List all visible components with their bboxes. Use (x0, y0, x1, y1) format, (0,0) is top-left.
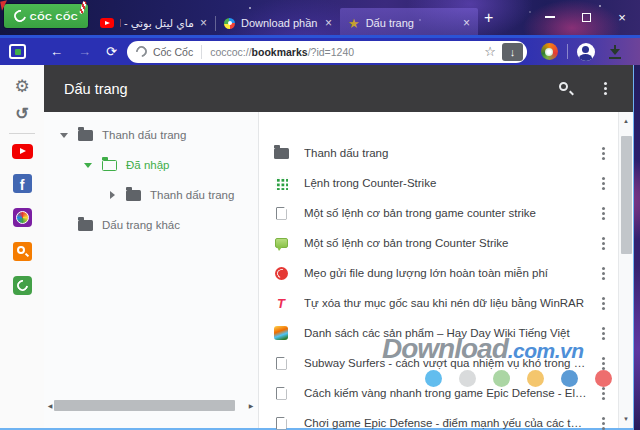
tab-close-icon[interactable]: × (200, 17, 207, 29)
tree-item-other-bookmarks[interactable]: Dấu trang khác (44, 210, 258, 240)
bookmark-title: Một số lệnh cơ bản trong Counter Strike (304, 237, 588, 249)
search-icon[interactable] (558, 81, 574, 97)
new-tab-button[interactable]: + (484, 10, 493, 26)
bookmark-row[interactable]: Danh sách các sản phẩm – Hay Day Wiki Ti… (259, 318, 618, 348)
bookmark-row[interactable]: Thanh dấu trang (259, 138, 618, 168)
scroll-up-icon[interactable]: ▲ (623, 112, 629, 128)
window-controls: × (532, 5, 640, 29)
site-label: Cốc Cốc (153, 46, 193, 58)
scrollbar-thumb[interactable] (621, 136, 632, 254)
tree-item-bookmarks-bar[interactable]: Thanh dấu trang (44, 120, 258, 150)
bookmark-row[interactable]: Subway Surfers - cách vượt qua nhiệm vụ … (259, 348, 618, 378)
color-wheel-icon (16, 211, 29, 224)
row-menu-button[interactable] (588, 332, 618, 335)
tab-close-icon[interactable]: × (463, 17, 470, 29)
app-body: ⚙ ↺ f Dấu trang Thanh (0, 65, 634, 430)
handle (24, 253, 28, 257)
vertical-scrollbar[interactable]: ▲ ▼ (618, 112, 633, 428)
tree-label: Dấu trang khác (102, 219, 180, 231)
address-bar[interactable]: Cốc Cốc coccoc://bookmarks/?id=1240 ☆ ↓ (127, 41, 527, 63)
scroll-down-icon[interactable]: ▼ (623, 412, 629, 428)
kebab-icon (602, 272, 605, 275)
bookmark-row[interactable]: Mẹo gửi file dung lượng lớn hoàn toàn mi… (259, 258, 618, 288)
caret-down-icon[interactable] (83, 163, 93, 168)
scroll-right-icon[interactable]: ▶ (247, 402, 255, 409)
coccoc-logo-icon (11, 8, 28, 25)
minimize-button[interactable] (532, 5, 568, 29)
toolbar: ← → ⟳ Cốc Cốc coccoc://bookmarks/?id=124… (0, 38, 640, 65)
tab-bookmarks-active[interactable]: ★ Dấu trang × (340, 8, 478, 38)
handle (569, 90, 574, 95)
row-menu-button[interactable] (588, 362, 618, 365)
row-menu-button[interactable] (588, 182, 618, 185)
header-menu-icon[interactable] (604, 87, 607, 90)
tab-youtube[interactable]: ماي ليتل بوني - الك × (92, 8, 215, 38)
bookmark-row[interactable]: Một số lệnh cơ bản trong Counter Strike (259, 228, 618, 258)
row-menu-button[interactable] (588, 392, 618, 395)
kebab-icon (602, 302, 605, 305)
row-menu-button[interactable] (588, 152, 618, 155)
reload-icon[interactable]: ⟳ (106, 45, 117, 59)
row-menu-button[interactable] (588, 242, 618, 245)
bookmark-star-icon[interactable]: ☆ (484, 44, 496, 59)
facebook-shortcut-icon[interactable]: f (13, 174, 32, 193)
forward-icon[interactable]: → (78, 45, 91, 59)
url-text[interactable]: coccoc://bookmarks/?id=1240 (210, 46, 478, 58)
bookmark-row[interactable]: Cách kiếm vàng nhanh trong game Epic Def… (259, 378, 618, 408)
page-title: Dấu trang (64, 81, 558, 97)
caret-right-icon[interactable] (107, 191, 117, 199)
downloads-tray-icon[interactable] (608, 45, 622, 59)
tab-download[interactable]: Download phần m × (216, 8, 340, 38)
pinwheel-favicon (224, 18, 235, 29)
tree-item-bookmarks-bar-nested[interactable]: Thanh dấu trang (44, 180, 258, 210)
youtube-shortcut-icon[interactable] (12, 144, 33, 159)
address-separator (201, 45, 202, 59)
kebab-icon (602, 152, 605, 155)
scroll-left-icon[interactable]: ◀ (46, 402, 54, 409)
save-page-button[interactable]: ↓ (502, 43, 523, 61)
caret-down-icon[interactable] (59, 133, 69, 138)
close-button[interactable]: × (604, 5, 640, 29)
media-app-icon[interactable] (13, 208, 32, 227)
tree-item-imported[interactable]: Đã nhập (44, 150, 258, 180)
profile-avatar[interactable] (577, 43, 595, 61)
back-icon[interactable]: ← (50, 45, 63, 59)
bookmark-title: Subway Surfers - cách vượt qua nhiệm vụ … (304, 357, 588, 369)
scrollbar-thumb[interactable] (54, 400, 235, 411)
tab-close-icon[interactable]: × (325, 17, 332, 29)
folder-icon (271, 148, 291, 159)
sidebar-toggle-button[interactable] (9, 44, 26, 59)
extension-icon[interactable] (541, 43, 558, 60)
maximize-icon (582, 13, 591, 22)
search-app-icon[interactable] (13, 242, 32, 261)
bookmark-title: Thanh dấu trang (304, 147, 588, 159)
row-menu-button[interactable] (588, 302, 618, 305)
tray-arrow (610, 49, 620, 55)
download-arrow-icon: ↓ (510, 46, 516, 58)
lens (17, 246, 25, 254)
coccoc-app-icon[interactable] (13, 276, 32, 295)
tree-label: Thanh dấu trang (150, 189, 234, 201)
horizontal-scrollbar[interactable]: ◀ ▶ (46, 399, 255, 411)
coccoc-logo: CỐC CỐC (4, 4, 88, 28)
bookmark-row[interactable]: Lệnh trong Counter-Strike (259, 168, 618, 198)
tab-strip: ماي ليتل بوني - الك × Download phần m × … (92, 8, 478, 38)
bookmark-row[interactable]: Chơi game Epic Defense - điểm mạnh yếu c… (259, 408, 618, 430)
close-icon: × (618, 10, 626, 25)
row-menu-button[interactable] (588, 422, 618, 425)
lens (559, 82, 568, 91)
settings-gear-icon[interactable]: ⚙ (14, 78, 29, 96)
row-menu-button[interactable] (588, 272, 618, 275)
row-menu-button[interactable] (588, 212, 618, 215)
page-icon (271, 387, 291, 400)
history-icon[interactable]: ↺ (15, 105, 28, 122)
site-info-icon[interactable] (134, 44, 149, 59)
maximize-button[interactable] (568, 5, 604, 29)
bookmark-row[interactable]: T Tự xóa thư mục gốc sau khi nén dữ liệu… (259, 288, 618, 318)
folder-tree: Thanh dấu trang Đã nhập Thanh dấu trang (44, 112, 258, 428)
bookmark-title: Mẹo gửi file dung lượng lớn hoàn toàn mi… (304, 267, 588, 279)
url-host: bookmarks (252, 46, 308, 58)
url-scheme: coccoc:// (210, 46, 251, 58)
bookmark-row[interactable]: Một số lệnh cơ bản trong game counter st… (259, 198, 618, 228)
youtube-favicon (100, 18, 114, 28)
